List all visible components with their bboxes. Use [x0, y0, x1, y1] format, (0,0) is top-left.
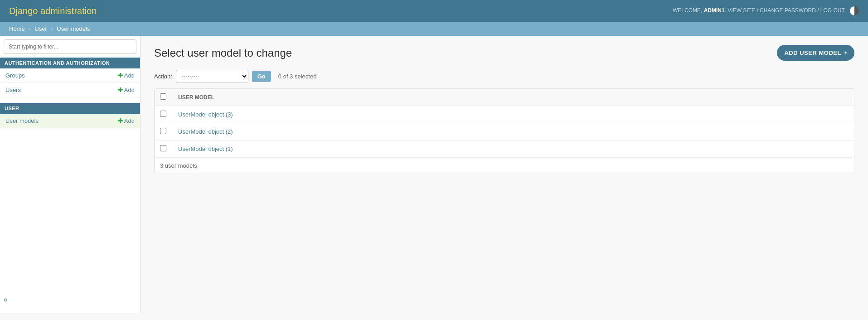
table-row: UserModel object (3) — [155, 106, 854, 123]
content-area: Select user model to change ADD USER MOD… — [141, 36, 868, 313]
plus-icon-users: ✚ — [118, 87, 123, 93]
sidebar-filter-input[interactable] — [4, 39, 136, 54]
action-bar: Action: --------- Go 0 of 3 selected — [154, 70, 854, 83]
add-user-model-button[interactable]: ADD USER MODEL + — [777, 45, 854, 61]
sidebar-section-auth: AUTHENTICATION AND AUTHORIZATION — [0, 58, 140, 68]
breadcrumb-separator2: › — [51, 25, 53, 32]
site-branding: Django administration — [9, 6, 97, 16]
action-select[interactable]: --------- — [176, 70, 248, 83]
sidebar-item-usermodels[interactable]: User models ✚ Add — [0, 114, 140, 128]
row1-checkbox[interactable] — [160, 111, 166, 117]
breadcrumbs: Home › User › User models — [0, 22, 868, 36]
sidebar-usermodels-add-link[interactable]: ✚ Add — [118, 117, 135, 124]
selected-count: 0 of 3 selected — [278, 73, 317, 80]
separator2: / — [817, 7, 820, 14]
sidebar-users-add-link[interactable]: ✚ Add — [118, 87, 135, 93]
header: Django administration WELCOME, ADMIN1. V… — [0, 0, 868, 22]
table-row: UserModel object (1) — [155, 141, 854, 158]
go-button[interactable]: Go — [252, 71, 271, 82]
table-header-row: USER MODEL — [155, 89, 854, 106]
sidebar-groups-link[interactable]: Groups — [5, 72, 25, 79]
sidebar-item-groups[interactable]: Groups ✚ Add — [0, 68, 140, 83]
main-container: AUTHENTICATION AND AUTHORIZATION Groups … — [0, 36, 868, 313]
user-model-col-header: USER MODEL — [173, 89, 854, 106]
sidebar-users-link[interactable]: Users — [5, 87, 21, 93]
row1-link[interactable]: UserModel object (3) — [178, 111, 233, 118]
change-password-link[interactable]: CHANGE PASSWORD — [760, 7, 816, 14]
collapse-sidebar-button[interactable]: « — [0, 296, 140, 304]
row-count: 3 user models — [155, 157, 854, 174]
row3-cell: UserModel object (1) — [173, 141, 854, 158]
username: ADMIN1 — [704, 7, 725, 14]
row2-checkbox[interactable] — [160, 128, 166, 134]
sidebar-item-users[interactable]: Users ✚ Add — [0, 83, 140, 97]
breadcrumb-home[interactable]: Home — [9, 25, 25, 32]
plus-icon-usermodels: ✚ — [118, 117, 123, 124]
view-site-link[interactable]: VIEW SITE — [727, 7, 755, 14]
row2-cell: UserModel object (2) — [173, 123, 854, 141]
log-out-link[interactable]: LOG OUT — [820, 7, 845, 14]
table-row: UserModel object (2) — [155, 123, 854, 141]
select-all-checkbox[interactable] — [160, 93, 166, 100]
plus-icon: ✚ — [118, 72, 123, 79]
breadcrumb-user[interactable]: User — [34, 25, 47, 32]
row2-link[interactable]: UserModel object (2) — [178, 128, 233, 135]
user-tools: WELCOME, ADMIN1. VIEW SITE / CHANGE PASS… — [673, 6, 859, 15]
action-label: Action: — [154, 73, 172, 80]
row1-checkbox-cell — [155, 106, 173, 123]
row1-cell: UserModel object (3) — [173, 106, 854, 123]
theme-toggle-icon[interactable] — [850, 6, 859, 15]
sidebar-usermodels-link[interactable]: User models — [5, 117, 39, 124]
change-list: USER MODEL UserModel object (3) — [154, 88, 854, 174]
sidebar: AUTHENTICATION AND AUTHORIZATION Groups … — [0, 36, 141, 313]
content-header: Select user model to change ADD USER MOD… — [154, 45, 854, 61]
page-title: Select user model to change — [154, 47, 292, 59]
add-icon: + — [844, 49, 847, 56]
select-all-col — [155, 89, 173, 106]
breadcrumb-current: User models — [57, 25, 90, 32]
row3-checkbox-cell — [155, 141, 173, 158]
breadcrumb-separator1: › — [29, 25, 30, 32]
sidebar-section-user: USER — [0, 103, 140, 114]
user-model-table: USER MODEL UserModel object (3) — [155, 89, 854, 157]
row2-checkbox-cell — [155, 123, 173, 141]
sidebar-groups-add-link[interactable]: ✚ Add — [118, 72, 135, 79]
row3-checkbox[interactable] — [160, 145, 166, 151]
row3-link[interactable]: UserModel object (1) — [178, 145, 233, 152]
welcome-text: WELCOME, — [673, 7, 702, 14]
